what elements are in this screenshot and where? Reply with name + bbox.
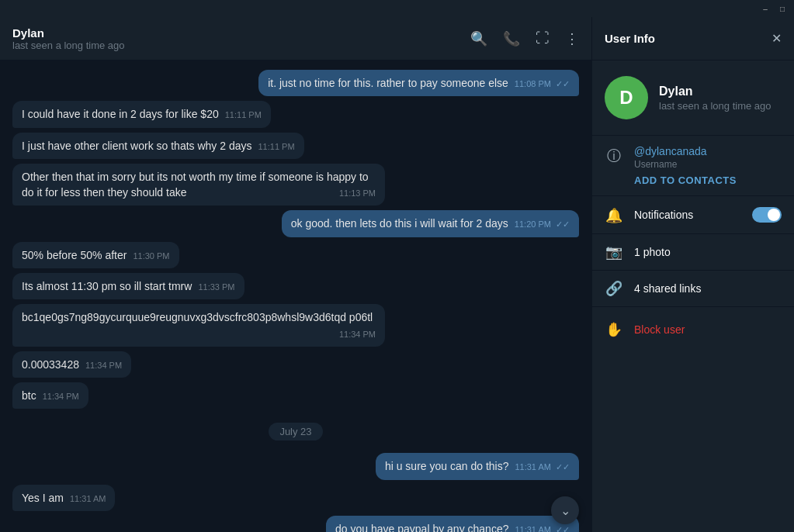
date-separator: July 23 bbox=[12, 423, 579, 440]
info-circle-icon: ⓘ bbox=[605, 147, 623, 165]
message-time: 11:31 AM ✓✓ bbox=[515, 524, 570, 532]
chat-header-info: Dylan last seen a long time ago bbox=[12, 26, 470, 51]
message-bubble: I just have other client work so thats w… bbox=[12, 133, 304, 159]
message-text: ok good. then lets do this i will wait f… bbox=[291, 217, 508, 230]
shared-links-label: 4 shared links bbox=[634, 282, 701, 295]
chat-contact-status: last seen a long time ago bbox=[12, 40, 470, 51]
shared-links-row[interactable]: 🔗 4 shared links bbox=[592, 271, 794, 307]
block-label: Block user bbox=[634, 323, 685, 336]
scroll-to-bottom-button[interactable]: ⌄ bbox=[551, 496, 579, 524]
profile-status: last seen a long time ago bbox=[659, 100, 771, 112]
layout-icon[interactable]: ⛶ bbox=[536, 30, 550, 47]
message-text: Yes I am bbox=[22, 492, 64, 504]
check-mark: ✓✓ bbox=[556, 525, 570, 532]
messages-container: it. just no time for this. rather to pay… bbox=[0, 60, 591, 532]
close-icon[interactable]: ✕ bbox=[771, 31, 782, 46]
message-time: 11:11 PM bbox=[225, 109, 262, 122]
message-row: do you have paypal by any chance? 11:31 … bbox=[12, 516, 579, 532]
message-row: 50% before 50% after 11:30 PM bbox=[12, 242, 579, 268]
message-bubble: ok good. then lets do this i will wait f… bbox=[282, 210, 579, 237]
block-user-row[interactable]: ✋ Block user bbox=[592, 310, 794, 349]
message-text: hi u sure you can do this? bbox=[385, 460, 509, 472]
search-icon[interactable]: 🔍 bbox=[470, 30, 487, 47]
message-bubble: 50% before 50% after 11:30 PM bbox=[12, 242, 179, 268]
message-text: it. just no time for this. rather to pay… bbox=[268, 77, 508, 89]
message-time: 11:13 PM bbox=[339, 188, 376, 200]
profile-name: Dylan bbox=[659, 85, 771, 98]
message-bubble: Its almost 11:30 pm so ill start tmrw 11… bbox=[12, 273, 244, 299]
message-text: 50% before 50% after bbox=[22, 249, 127, 261]
message-bubble: it. just no time for this. rather to pay… bbox=[258, 70, 579, 96]
message-bubble: Yes I am 11:31 AM bbox=[12, 485, 115, 511]
message-text: btc bbox=[22, 389, 36, 402]
message-bubble: hi u sure you can do this? 11:31 AM ✓✓ bbox=[376, 453, 579, 479]
message-row: I could have it done in 2 days for like … bbox=[12, 101, 579, 127]
message-text: 0.00033428 bbox=[22, 358, 79, 371]
username-row: ⓘ @dylancanada Username ADD TO CONTACTS bbox=[592, 136, 794, 196]
message-text: I just have other client work so thats w… bbox=[22, 140, 251, 152]
message-time: 11:34 PM bbox=[43, 391, 79, 403]
message-row: 0.00033428 11:34 PM bbox=[12, 351, 579, 378]
message-row: I just have other client work so thats w… bbox=[12, 133, 579, 159]
message-bubble: 0.00033428 11:34 PM bbox=[12, 351, 131, 378]
message-row: Yes I am 11:31 AM bbox=[12, 485, 579, 511]
message-bubble: btc 11:34 PM bbox=[12, 382, 88, 409]
message-time: 11:08 PM ✓✓ bbox=[515, 78, 570, 91]
message-bubble: do you have paypal by any chance? 11:31 … bbox=[326, 516, 579, 532]
message-row: Other then that im sorry but its not wor… bbox=[12, 164, 579, 206]
message-row: it. just no time for this. rather to pay… bbox=[12, 70, 579, 96]
user-info-header: User Info ✕ bbox=[592, 17, 794, 60]
message-bubble: I could have it done in 2 days for like … bbox=[12, 101, 271, 127]
message-time: 11:31 AM ✓✓ bbox=[515, 461, 570, 474]
username-value: @dylancanada bbox=[634, 145, 737, 157]
check-mark: ✓✓ bbox=[556, 79, 570, 88]
message-text: bc1qe0gs7ng89gycurquue9reugnuvxg3dvscfrc… bbox=[22, 311, 373, 323]
message-time: 11:31 AM bbox=[70, 493, 106, 506]
link-icon: 🔗 bbox=[605, 280, 623, 297]
message-time: 11:34 PM bbox=[339, 329, 376, 341]
add-to-contacts-button[interactable]: ADD TO CONTACTS bbox=[634, 174, 737, 186]
message-text: Its almost 11:30 pm so ill start tmrw bbox=[22, 280, 192, 292]
message-time: 11:20 PM ✓✓ bbox=[515, 219, 570, 231]
message-time: 11:33 PM bbox=[198, 282, 234, 294]
main-layout: Dylan last seen a long time ago 🔍 📞 ⛶ ⋮ … bbox=[0, 17, 794, 532]
titlebar: – □ bbox=[0, 0, 794, 17]
check-mark: ✓✓ bbox=[556, 462, 570, 472]
bell-icon: 🔔 bbox=[605, 207, 623, 224]
photo-icon: 📷 bbox=[605, 244, 623, 261]
notifications-label: Notifications bbox=[634, 209, 741, 221]
date-badge: July 23 bbox=[269, 423, 322, 440]
avatar: D bbox=[605, 76, 648, 119]
message-text: do you have paypal by any chance? bbox=[335, 523, 508, 532]
maximize-button[interactable]: □ bbox=[777, 3, 788, 14]
message-time: 11:11 PM bbox=[258, 141, 294, 154]
message-text: Other then that im sorry but its not wor… bbox=[22, 171, 369, 199]
message-text: I could have it done in 2 days for like … bbox=[22, 108, 219, 120]
phone-icon[interactable]: 📞 bbox=[503, 30, 520, 47]
block-icon: ✋ bbox=[605, 321, 623, 338]
more-options-icon[interactable]: ⋮ bbox=[565, 30, 579, 47]
notifications-row: 🔔 Notifications bbox=[592, 196, 794, 234]
user-info-panel: User Info ✕ D Dylan last seen a long tim… bbox=[592, 17, 794, 532]
message-bubble: bc1qe0gs7ng89gycurquue9reugnuvxg3dvscfrc… bbox=[12, 304, 385, 346]
message-time: 11:34 PM bbox=[85, 360, 122, 372]
photo-row[interactable]: 📷 1 photo bbox=[592, 234, 794, 271]
chat-header: Dylan last seen a long time ago 🔍 📞 ⛶ ⋮ bbox=[0, 17, 591, 60]
user-info-title: User Info bbox=[605, 32, 771, 45]
profile-info: Dylan last seen a long time ago bbox=[659, 85, 771, 112]
minimize-button[interactable]: – bbox=[760, 3, 771, 14]
message-row: bc1qe0gs7ng89gycurquue9reugnuvxg3dvscfrc… bbox=[12, 304, 579, 346]
username-label: Username bbox=[634, 159, 737, 170]
photo-label: 1 photo bbox=[634, 246, 671, 258]
message-row: ok good. then lets do this i will wait f… bbox=[12, 210, 579, 237]
message-time: 11:30 PM bbox=[133, 250, 169, 263]
message-row: btc 11:34 PM bbox=[12, 382, 579, 409]
check-mark: ✓✓ bbox=[556, 219, 570, 229]
message-bubble: Other then that im sorry but its not wor… bbox=[12, 164, 385, 206]
message-row: Its almost 11:30 pm so ill start tmrw 11… bbox=[12, 273, 579, 299]
chat-area: Dylan last seen a long time ago 🔍 📞 ⛶ ⋮ … bbox=[0, 17, 592, 532]
username-content: @dylancanada Username ADD TO CONTACTS bbox=[634, 145, 737, 186]
notifications-toggle[interactable] bbox=[752, 207, 782, 223]
message-row: hi u sure you can do this? 11:31 AM ✓✓ bbox=[12, 453, 579, 479]
profile-section: D Dylan last seen a long time ago bbox=[592, 60, 794, 136]
